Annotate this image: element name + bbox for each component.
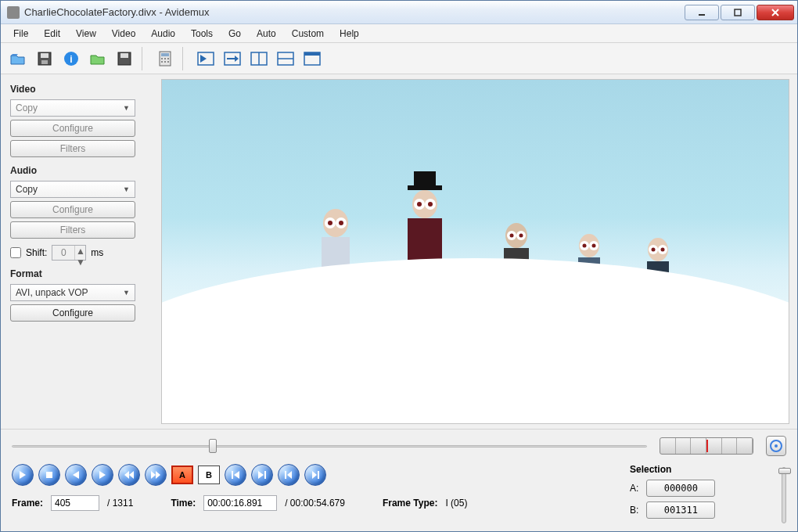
time-total: / 00:00:54.679 [285,498,345,509]
shift-spinner[interactable]: 0 ▲▼ [52,245,86,261]
scrub-row [12,436,786,456]
svg-marker-67 [99,471,106,479]
info-button[interactable]: i [59,46,84,71]
time-input[interactable]: 00:00:16.891 [203,495,277,511]
open-video-button[interactable] [85,46,110,71]
frame-input[interactable] [51,495,99,511]
video-filters-button[interactable]: Filters [10,140,135,157]
split-h-icon [277,52,294,66]
svg-rect-29 [304,52,320,56]
volume-slider[interactable] [782,467,786,523]
svg-point-41 [417,202,422,207]
svg-rect-6 [41,60,48,64]
menu-tools[interactable]: Tools [183,24,221,42]
goto-end-button[interactable] [304,464,326,486]
audio-configure-button[interactable]: Configure [10,201,135,218]
window-single-button[interactable] [300,46,325,71]
svg-rect-5 [41,53,49,58]
jog-reset-button[interactable] [766,436,786,456]
save-button[interactable] [32,46,57,71]
set-marker-b-button[interactable]: B [198,466,220,484]
format-configure-button[interactable]: Configure [10,304,135,322]
prev-frame-button[interactable] [65,464,87,486]
audio-codec-select[interactable]: Copy▼ [10,181,135,198]
toolbar-separator [182,47,189,70]
calculator-button[interactable] [153,46,178,71]
video-codec-value: Copy [16,102,38,113]
video-configure-button[interactable]: Configure [10,120,135,137]
shift-checkbox[interactable] [10,247,21,258]
menu-help[interactable]: Help [332,24,367,42]
floppy-film-icon [117,51,132,66]
selection-b-button[interactable]: 001311 [646,501,715,519]
set-marker-a-button[interactable]: A [171,466,193,484]
svg-rect-10 [120,53,128,58]
split-vertical-button[interactable] [246,46,271,71]
audio-filters-button[interactable]: Filters [10,221,135,239]
preview-foreground [161,258,789,423]
audio-section-label: Audio [10,165,152,176]
menu-edit[interactable]: Edit [36,24,68,42]
maximize-button[interactable] [721,5,755,20]
minimize-button[interactable] [685,5,719,20]
chevron-down-icon: ▼ [123,185,130,193]
spinner-arrows[interactable]: ▲▼ [74,246,85,260]
frametype-label: Frame Type: [383,498,437,509]
menu-file[interactable]: File [5,24,36,42]
svg-rect-75 [264,471,266,479]
svg-marker-78 [312,471,317,479]
input-first-button[interactable] [193,46,218,71]
sidebar: Video Copy▼ Configure Filters Audio Copy… [1,74,161,429]
video-codec-select[interactable]: Copy▼ [10,99,135,117]
menu-auto[interactable]: Auto [249,24,284,42]
svg-rect-13 [161,58,163,59]
timeline-slider[interactable] [12,439,647,453]
open-button[interactable] [5,46,31,71]
prev-black-button[interactable] [225,464,246,486]
svg-rect-12 [161,53,169,56]
slider-thumb[interactable] [209,439,217,453]
play-button[interactable] [12,464,34,486]
svg-point-63 [775,444,778,448]
stop-button[interactable] [38,464,60,486]
info-icon: i [63,51,79,66]
svg-rect-72 [232,471,233,479]
split-horizontal-button[interactable] [273,46,298,71]
body-area: Video Copy▼ Configure Filters Audio Copy… [1,74,797,429]
svg-marker-71 [156,471,160,479]
volume-thumb[interactable] [778,468,791,474]
svg-point-48 [519,234,523,238]
close-button[interactable] [757,5,794,20]
window-title: CharlieChocolateFactory.divx - Avidemux [24,6,685,18]
svg-rect-37 [408,185,442,190]
svg-marker-73 [234,471,239,479]
format-select[interactable]: AVI, unpack VOP▼ [10,284,135,301]
shift-label: Shift: [26,247,47,258]
input-last-button[interactable] [220,46,245,71]
menu-go[interactable]: Go [221,24,249,42]
svg-point-34 [339,221,343,225]
menu-video[interactable]: Video [104,24,143,42]
next-keyframe-button[interactable] [145,464,167,486]
floppy-icon [37,51,52,66]
prev-keyframe-button[interactable] [118,464,140,486]
goto-start-button[interactable] [278,464,300,486]
menu-audio[interactable]: Audio [143,24,183,42]
format-value: AVI, unpack VOP [16,287,88,298]
selection-a-button[interactable]: 000000 [646,480,715,497]
next-frame-button[interactable] [92,464,113,486]
svg-marker-70 [151,471,156,479]
svg-rect-76 [285,471,286,479]
svg-marker-68 [124,471,129,479]
chevron-down-icon: ▼ [123,104,130,112]
jog-center-mark [706,440,708,452]
svg-rect-16 [161,61,163,63]
jog-wheel[interactable] [660,437,753,455]
next-black-button[interactable] [251,464,273,486]
menu-view[interactable]: View [68,24,104,42]
save-video-button[interactable] [112,46,137,71]
disc-icon [770,440,782,452]
svg-point-54 [591,244,595,248]
menu-custom[interactable]: Custom [284,24,332,42]
window-small-icon [304,52,321,66]
